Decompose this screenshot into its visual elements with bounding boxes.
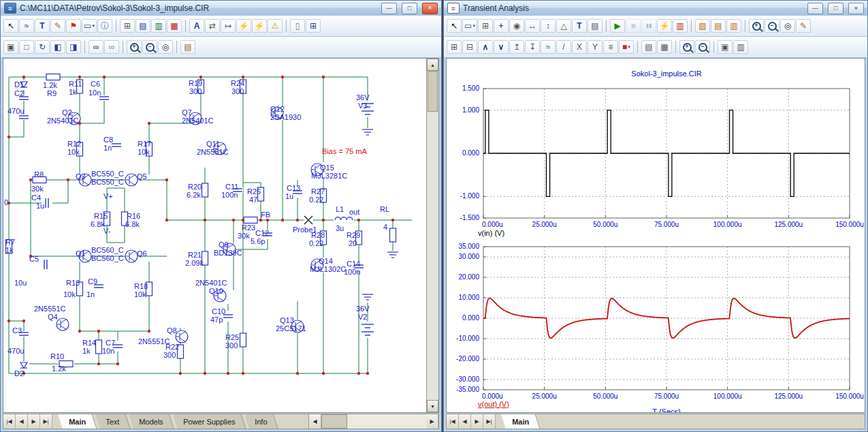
schematic-label[interactable]: 1n (103, 144, 112, 152)
info-mode-icon[interactable]: ⓘ (97, 19, 112, 33)
schematic-label[interactable]: 100n (344, 268, 360, 276)
schematic-label[interactable]: R10 (50, 353, 64, 360)
schematic-label[interactable]: 4 (383, 223, 387, 231)
schematic-label[interactable]: 300 (163, 352, 176, 359)
schematic-label[interactable]: 470u (7, 348, 24, 355)
schematic-label[interactable]: R15 (94, 213, 108, 220)
schematic-label[interactable]: Q2 (62, 109, 72, 117)
schematic-label[interactable]: C4 (31, 194, 41, 202)
schematic-label[interactable]: 0 (4, 199, 8, 206)
schematic-label[interactable]: R22 (165, 343, 179, 351)
schematic-workarea[interactable]: D1C2470u1.2kR9R111kC610nR19300R24300Q122… (3, 58, 439, 413)
schematic-label[interactable]: 6.8k (125, 221, 140, 228)
schematic-label[interactable]: R19 (189, 80, 202, 87)
schematic-label[interactable]: C12 (255, 230, 269, 237)
dynamic-dc-icon[interactable]: ⚡ (236, 19, 251, 33)
schematic-label[interactable]: 47p (210, 316, 223, 324)
schematic-label[interactable]: 1.2k (52, 365, 66, 373)
minimize-button[interactable]: — (807, 3, 823, 14)
component-mode-icon[interactable]: ▭▾ (82, 19, 97, 33)
wire-mode-icon[interactable]: ≈ (19, 19, 34, 33)
schematic-label[interactable]: BC560_C (91, 247, 124, 254)
maximize-button[interactable]: □ (828, 3, 843, 14)
schematic-label[interactable]: Q15 (320, 164, 334, 172)
component-mode-icon[interactable]: ▭▾ (462, 19, 477, 33)
tab-text[interactable]: Text (95, 414, 131, 429)
schematic-label[interactable]: Q9 (219, 241, 229, 249)
schematic-label[interactable]: C13 (287, 185, 300, 192)
schematic-label[interactable]: 1k (82, 348, 91, 355)
zoom-out-icon[interactable]: − (695, 40, 710, 54)
titlebar[interactable]: ≈ Transient Analysis — □ × (444, 1, 867, 16)
schematic-label[interactable]: R13 (66, 279, 80, 287)
zoom-in-icon[interactable]: + (679, 40, 694, 54)
waveform-icon[interactable]: ≈ (541, 40, 556, 54)
paste-icon[interactable]: ▤ (180, 40, 195, 54)
text-mode-icon[interactable]: T (35, 19, 50, 33)
tab-main[interactable]: Main (501, 414, 541, 429)
schematic-window[interactable]: ≈ C:\MC11\DATA\Petrov\Sokol-3\Sokol-3_im… (0, 0, 442, 432)
scroll-left-button[interactable]: ◀ (309, 414, 321, 429)
tab-next-button[interactable]: ▶ (28, 414, 40, 429)
schematic-label[interactable]: C2 (14, 90, 24, 97)
schematic-label[interactable]: 2SA1930 (270, 114, 301, 121)
schematic-label[interactable]: Q6 (137, 250, 147, 258)
schematic-label[interactable]: R7 (5, 238, 15, 246)
analysis-window[interactable]: ≈ Transient Analysis — □ × ↖▭▾⊞+◉↔↕△T▤▶■… (443, 0, 868, 432)
select-region-icon[interactable]: ▣ (3, 40, 18, 54)
schematic-label[interactable]: C14 (347, 260, 360, 268)
zoom-out-icon[interactable]: − (142, 40, 157, 54)
zoom-in-icon[interactable]: + (749, 19, 764, 33)
performance-tag-icon[interactable]: △ (556, 19, 571, 33)
schematic-label[interactable]: 300 (189, 88, 202, 95)
schematic-label[interactable]: 2N5401C (195, 279, 227, 287)
flag-mode-icon[interactable]: ⚑ (66, 19, 81, 33)
schematic-label[interactable]: 10k (67, 149, 80, 156)
baseline-icon[interactable]: ≡ (603, 40, 618, 54)
properties-icon[interactable]: ▤ (588, 19, 602, 33)
schematic-label[interactable]: BC560_C (91, 255, 124, 262)
node-voltages-icon[interactable]: ▤ (135, 19, 150, 33)
tab-next-button[interactable]: ▶ (471, 414, 483, 429)
schematic-label[interactable]: R9 (47, 90, 57, 97)
min-icon[interactable]: ↧ (525, 40, 540, 54)
schematic-label[interactable]: R26 (247, 188, 261, 196)
schematic-label[interactable]: D1 (14, 81, 24, 89)
numeric-output-icon[interactable]: ▤ (641, 40, 656, 54)
tab-first-button[interactable]: |◀ (3, 414, 16, 429)
valley-icon[interactable]: ∨ (494, 40, 509, 54)
tab-first-button[interactable]: |◀ (447, 414, 459, 429)
close-button[interactable]: × (848, 3, 864, 14)
schematic-label[interactable]: 2N5551C (34, 305, 65, 313)
tab-last-button[interactable]: ▶| (483, 414, 496, 429)
vertical-grid-icon[interactable]: ⊟ (462, 40, 477, 54)
current-display-icon[interactable]: ▥ (151, 19, 166, 33)
schematic-label[interactable]: Q12 (270, 106, 285, 113)
schematic-label[interactable]: R27 (311, 188, 325, 196)
select-icon[interactable]: ↖ (447, 19, 462, 33)
schematic-label[interactable]: 36V (356, 94, 370, 102)
schematic-label[interactable]: R8 (34, 171, 44, 179)
schematic-label[interactable]: MJL1302C (310, 266, 346, 273)
schematic-label[interactable]: BC550_C (91, 170, 124, 178)
schematic-label[interactable]: Q7 (182, 109, 192, 117)
cursor-mode-icon[interactable]: + (494, 19, 509, 33)
tab-prev-button[interactable]: ◀ (459, 414, 471, 429)
horizontal-grid-icon[interactable]: ⊞ (447, 40, 462, 54)
schematic-label[interactable]: 10k (134, 291, 146, 298)
schematic-label[interactable]: 1n (86, 291, 95, 298)
schematic-label[interactable]: 47 (249, 196, 257, 204)
schematic-label[interactable]: R28 (311, 232, 325, 239)
schematic-label[interactable]: R29 (347, 232, 360, 239)
schematic-label[interactable]: R14 (82, 339, 96, 347)
tab-last-button[interactable]: ▶| (40, 414, 52, 429)
schematic-label[interactable]: Bias = 75 mA (322, 148, 367, 155)
schematic-label[interactable]: Q5 (137, 173, 147, 181)
schematic-label[interactable]: BD139C (214, 249, 242, 257)
schematic-label[interactable]: 6.2k (187, 191, 201, 199)
scroll-down-button[interactable]: ▼ (427, 400, 438, 412)
schematic-label[interactable]: 1u (285, 193, 293, 200)
box-tool-icon[interactable]: □ (19, 40, 34, 54)
schematic-label[interactable]: R16 (127, 213, 140, 220)
schematic-label[interactable]: RL (380, 206, 389, 213)
